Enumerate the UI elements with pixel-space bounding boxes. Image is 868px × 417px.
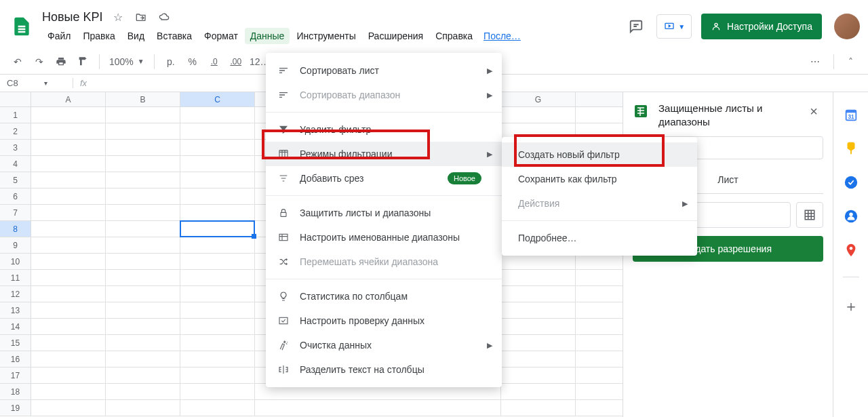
new-badge: Новое [448,172,481,184]
sheets-logo[interactable] [8,13,35,40]
comments-icon[interactable] [625,16,647,37]
row-header-2[interactable]: 2 [0,123,31,140]
validate-icon [277,315,290,326]
row-header-16[interactable]: 16 [0,351,31,368]
collapse-toolbar-icon[interactable]: ˄ [841,52,860,71]
row-header-5[interactable]: 5 [0,172,31,188]
maps-icon[interactable] [844,243,859,258]
svg-rect-3 [279,234,288,240]
menu-file[interactable]: Файл [42,28,76,44]
bulb-icon [277,291,290,302]
name-box[interactable]: C8▾ [0,78,73,88]
menubar: Файл Правка Вид Вставка Формат Данные Ин… [42,28,525,44]
currency-button[interactable]: р. [161,52,180,71]
menu-item[interactable]: Удалить фильтр [266,117,502,142]
row-header-1[interactable]: 1 [0,107,31,123]
menu-item[interactable]: Настроить проверку данных [266,309,502,333]
row-header-6[interactable]: 6 [0,188,31,205]
row-header-12[interactable]: 12 [0,286,31,302]
row-header-13[interactable]: 13 [0,302,31,319]
lock-icon [277,207,290,218]
menu-insert[interactable]: Вставка [151,28,197,44]
row-header-8[interactable]: 8 [0,221,31,237]
menu-item[interactable]: Добавить срезНовое [266,166,502,191]
menu-item: Сортировать диапазон▶ [266,83,502,107]
spreadsheet-grid[interactable]: ABCG 12345678910111213141516171819 Сорти… [0,92,623,417]
row-header-14[interactable]: 14 [0,319,31,335]
menu-item[interactable]: Сортировать лист▶ [266,58,502,83]
toolbar-more-icon[interactable]: ⋯ [804,52,827,71]
percent-button[interactable]: % [183,52,202,71]
menu-item-label: Сортировать диапазон [300,90,400,100]
pick-range-button[interactable] [796,202,823,228]
menu-item[interactable]: Разделить текст на столбцы [266,357,502,382]
menu-item[interactable]: Статистика по столбцам [266,284,502,309]
row-header-11[interactable]: 11 [0,270,31,286]
panel-title: Защищенные листы и диапазоны [658,102,796,128]
print-button[interactable] [52,52,71,71]
keep-icon[interactable] [844,141,859,156]
menu-item[interactable]: Очистка данных▶ [266,333,502,357]
submenu-item[interactable]: Сохранить как фильтр [502,167,697,191]
star-icon[interactable]: ☆ [110,9,126,25]
menu-item-label: Удалить фильтр [300,124,371,135]
contacts-icon[interactable] [844,209,859,224]
row-header-17[interactable]: 17 [0,368,31,384]
menu-view[interactable]: Вид [122,28,150,44]
zoom-selector[interactable]: 100% ▼ [106,56,147,67]
menu-format[interactable]: Формат [199,28,243,44]
increase-decimal-button[interactable]: .00 [226,52,245,71]
undo-button[interactable]: ↶ [8,52,27,71]
menu-item[interactable]: Режимы фильтрации▶ [266,142,502,166]
paint-format-button[interactable] [73,52,92,71]
svg-text:31: 31 [848,114,854,120]
cloud-status-icon[interactable] [156,9,172,25]
row-header-3[interactable]: 3 [0,140,31,156]
submenu-arrow-icon: ▶ [487,66,492,75]
row-header-18[interactable]: 18 [0,384,31,400]
row-header-19[interactable]: 19 [0,400,31,416]
last-edit-link[interactable]: После… [479,28,525,44]
menu-item-label: Сортировать лист [300,65,379,76]
calendar-icon[interactable]: 31 [844,107,859,122]
fx-label: fx [73,78,94,88]
menu-item-label: Статистика по столбцам [300,291,408,302]
share-label: Настройки Доступа [727,21,812,32]
col-header-G[interactable]: G [501,92,576,106]
menu-item-label: Режимы фильтрации [300,148,392,159]
add-addon-button[interactable]: ＋ [844,296,859,317]
menu-item-label: Добавить срез [300,173,363,184]
svg-point-14 [849,247,852,250]
menu-tools[interactable]: Инструменты [291,28,361,44]
menu-help[interactable]: Справка [430,28,478,44]
close-panel-button[interactable]: × [804,102,823,121]
row-header-15[interactable]: 15 [0,335,31,351]
present-button[interactable]: ▼ [656,14,692,39]
menu-edit[interactable]: Правка [77,28,120,44]
menu-item[interactable]: Защитить листы и диапазоны [266,201,502,225]
menu-item[interactable]: Настроить именованные диапазоны [266,225,502,250]
svg-rect-10 [850,151,852,155]
redo-button[interactable]: ↷ [30,52,49,71]
decrease-decimal-button[interactable]: .0 [205,52,224,71]
name-box-value: C8 [7,78,18,88]
select-all-corner[interactable] [0,92,31,107]
avatar[interactable] [834,14,860,39]
submenu-item[interactable]: Подробнее… [502,226,697,250]
menu-item-label: Настроить именованные диапазоны [300,232,460,243]
row-header-10[interactable]: 10 [0,254,31,270]
row-header-9[interactable]: 9 [0,237,31,254]
col-header-C[interactable]: C [180,92,255,106]
col-header-A[interactable]: A [31,92,106,106]
row-header-7[interactable]: 7 [0,205,31,221]
menu-data[interactable]: Данные [245,28,290,44]
submenu-item-label: Создать новый фильтр [518,149,620,160]
submenu-item[interactable]: Создать новый фильтр [502,142,697,167]
doc-title[interactable]: Новые KPI [42,10,103,24]
share-button[interactable]: Настройки Доступа [701,14,822,39]
menu-extensions[interactable]: Расширения [363,28,429,44]
tasks-icon[interactable] [844,175,859,190]
col-header-B[interactable]: B [106,92,180,106]
move-icon[interactable] [133,9,149,25]
row-header-4[interactable]: 4 [0,156,31,172]
